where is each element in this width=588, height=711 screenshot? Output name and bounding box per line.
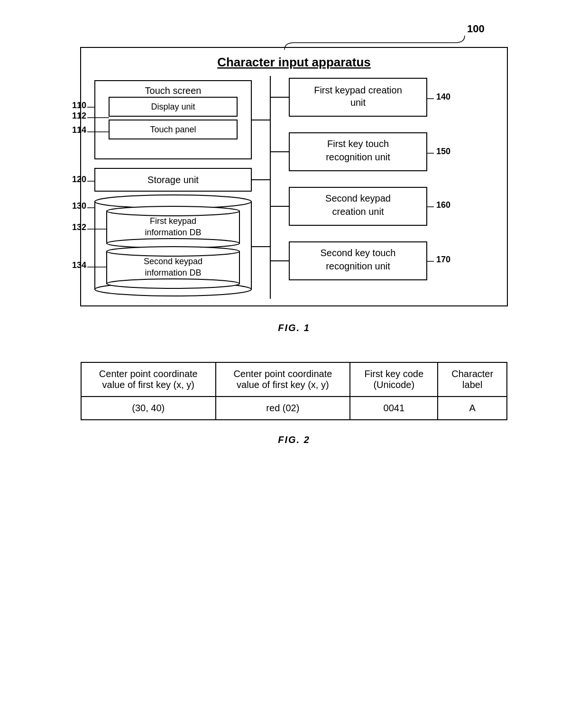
second-db-bottom-ellipse — [107, 279, 239, 288]
second-key-touch-label2: recognition unit — [326, 261, 390, 271]
table-container: Center point coordinate value of first k… — [28, 362, 560, 450]
ref-100-label: 100 — [467, 23, 485, 35]
fig2-label: FIG. 2 — [28, 434, 560, 445]
second-keypad-creation-label2: creation unit — [332, 206, 384, 217]
cell-color: red (02) — [216, 397, 350, 420]
first-db-top-ellipse — [107, 206, 239, 216]
ref-140: 140 — [436, 92, 450, 102]
table-header-row: Center point coordinate value of first k… — [81, 362, 507, 397]
fig1-container: 100 Character input apparatus Touch scre… — [28, 19, 560, 338]
first-keypad-db-label2: information DB — [145, 228, 201, 237]
second-keypad-db-label1: Second keypad — [144, 257, 202, 266]
ref-170: 170 — [436, 255, 450, 264]
first-keypad-creation-label1: First keypad creation — [314, 85, 402, 95]
display-unit-label: Display unit — [151, 102, 195, 111]
col-header-3: First key code (Unicode) — [350, 362, 438, 397]
fig2-table: Center point coordinate value of first k… — [81, 362, 507, 420]
ref-114: 114 — [72, 125, 86, 135]
ref-112: 112 — [72, 111, 86, 120]
ref-132: 132 — [72, 222, 86, 232]
cell-coord: (30, 40) — [81, 397, 216, 420]
first-key-touch-label1: First key touch — [327, 139, 389, 149]
ref-150: 150 — [436, 147, 450, 156]
second-db-top-ellipse — [107, 247, 239, 256]
first-key-touch-label2: recognition unit — [326, 152, 390, 162]
col-header-2: Center point coordinate value of first k… — [216, 362, 350, 397]
ref-110: 110 — [72, 101, 86, 110]
ref-160: 160 — [436, 200, 450, 210]
ref-134: 134 — [72, 260, 86, 270]
table-row: (30, 40) red (02) 0041 A — [81, 397, 507, 420]
first-keypad-db-label1: First keypad — [150, 216, 196, 226]
fig1-diagram: 100 Character input apparatus Touch scre… — [66, 19, 522, 313]
first-keypad-creation-label2: unit — [350, 97, 366, 108]
second-keypad-creation-label1: Second keypad — [325, 193, 391, 203]
storage-unit-label: Storage unit — [147, 175, 199, 185]
ref-120: 120 — [72, 175, 86, 184]
second-keypad-db-label2: information DB — [145, 268, 201, 277]
fig1-label: FIG. 1 — [278, 323, 310, 333]
col-header-4: Character label — [438, 362, 507, 397]
touch-screen-label: Touch screen — [145, 85, 202, 96]
page-container: 100 Character input apparatus Touch scre… — [0, 0, 588, 711]
cell-unicode: 0041 — [350, 397, 438, 420]
cell-char: A — [438, 397, 507, 420]
touch-panel-label: Touch panel — [150, 125, 196, 134]
main-title: Character input apparatus — [217, 55, 371, 69]
ref-130: 130 — [72, 201, 86, 211]
col-header-1: Center point coordinate value of first k… — [81, 362, 216, 397]
second-key-touch-label1: Second key touch — [321, 248, 396, 258]
